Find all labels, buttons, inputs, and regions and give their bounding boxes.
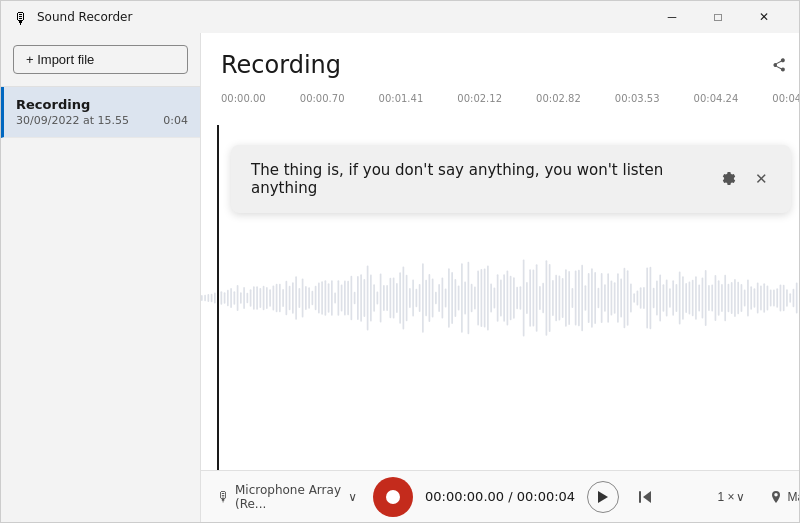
svg-rect-19 <box>253 286 255 310</box>
svg-rect-109 <box>546 260 548 336</box>
svg-rect-122 <box>588 272 590 322</box>
svg-rect-123 <box>591 268 593 328</box>
svg-rect-51 <box>357 275 359 319</box>
svg-rect-93 <box>494 287 496 308</box>
timeline-ruler: 00:00.0000:00.7000:01.4100:02.1200:02.82… <box>201 89 799 125</box>
timeline-marker: 00:02.82 <box>536 93 615 104</box>
svg-rect-23 <box>266 286 268 308</box>
svg-rect-73 <box>429 273 431 321</box>
sidebar-toolbar: + Import file <box>1 33 200 87</box>
svg-rect-28 <box>282 289 284 307</box>
svg-rect-159 <box>708 285 710 311</box>
svg-rect-155 <box>695 276 697 319</box>
bottom-bar: 🎙 Microphone Array (Re... ∨ 00:00:00.00 … <box>201 470 799 522</box>
recording-list-item[interactable]: Recording 30/09/2022 at 15.55 0:04 <box>1 87 200 138</box>
svg-rect-76 <box>438 284 440 312</box>
title-bar: 🎙 Sound Recorder ─ □ ✕ <box>1 1 799 33</box>
svg-rect-95 <box>500 279 502 316</box>
svg-rect-144 <box>659 274 661 321</box>
timeline-track: 00:00.0000:00.7000:01.4100:02.1200:02.82… <box>221 89 799 104</box>
svg-rect-82 <box>458 285 460 310</box>
window-controls: ─ □ ✕ <box>649 1 787 33</box>
maximize-button[interactable]: □ <box>695 1 741 33</box>
svg-rect-47 <box>344 280 346 315</box>
svg-rect-43 <box>331 280 333 315</box>
settings-icon <box>721 171 737 187</box>
svg-rect-53 <box>364 279 366 317</box>
recording-item-meta: 30/09/2022 at 15.55 0:04 <box>16 114 188 127</box>
playback-speed-button[interactable]: 1 × ∨ <box>709 486 753 508</box>
svg-rect-119 <box>578 269 580 325</box>
svg-rect-61 <box>390 277 392 317</box>
svg-rect-6 <box>211 293 213 302</box>
svg-rect-157 <box>702 277 704 318</box>
svg-rect-84 <box>464 281 466 314</box>
svg-rect-121 <box>585 285 587 310</box>
svg-rect-35 <box>305 285 307 309</box>
svg-rect-186 <box>796 282 798 313</box>
svg-rect-164 <box>724 274 726 320</box>
skip-start-icon <box>637 489 653 505</box>
microphone-selector[interactable]: 🎙 Microphone Array (Re... ∨ <box>217 483 357 511</box>
svg-rect-50 <box>354 291 356 304</box>
share-button[interactable] <box>763 49 795 81</box>
import-file-button[interactable]: + Import file <box>13 45 188 74</box>
svg-rect-45 <box>338 280 340 316</box>
svg-rect-182 <box>783 284 785 310</box>
svg-rect-130 <box>614 282 616 313</box>
svg-rect-97 <box>507 270 509 325</box>
play-button[interactable] <box>587 481 619 513</box>
svg-rect-139 <box>643 287 645 309</box>
timeline-marker: 00:04.24 <box>694 93 773 104</box>
waveform-container[interactable]: The thing is, if you don't say anything,… <box>201 125 799 470</box>
transcript-close-button[interactable]: ✕ <box>747 165 775 193</box>
svg-rect-118 <box>575 270 577 325</box>
svg-rect-13 <box>234 291 236 305</box>
svg-rect-117 <box>572 288 574 308</box>
svg-rect-66 <box>406 274 408 321</box>
svg-rect-127 <box>604 284 606 312</box>
svg-rect-7 <box>214 292 216 303</box>
svg-rect-178 <box>770 289 772 306</box>
skip-to-start-button[interactable] <box>631 483 659 511</box>
svg-rect-92 <box>490 283 492 312</box>
record-button[interactable] <box>373 477 413 517</box>
svg-rect-56 <box>373 284 375 311</box>
svg-rect-146 <box>666 279 668 316</box>
svg-rect-71 <box>422 263 424 333</box>
app-body: + Import file Recording 30/09/2022 at 15… <box>1 33 799 522</box>
svg-rect-4 <box>204 294 206 300</box>
svg-rect-145 <box>663 284 665 311</box>
speed-chevron-icon: ∨ <box>736 490 745 504</box>
svg-rect-152 <box>685 282 687 312</box>
playback-controls: 00:00:00.00 / 00:00:04 <box>373 477 659 517</box>
svg-rect-173 <box>754 288 756 308</box>
close-button[interactable]: ✕ <box>741 1 787 33</box>
main-panel: Recording 00:00.0000:00.7000:01 <box>201 33 799 522</box>
svg-rect-143 <box>656 280 658 315</box>
svg-rect-89 <box>481 268 483 326</box>
svg-rect-48 <box>347 280 349 315</box>
svg-rect-183 <box>786 289 788 307</box>
total-time: 00:00:04 <box>517 489 575 504</box>
svg-rect-114 <box>562 278 564 318</box>
svg-rect-60 <box>386 284 388 310</box>
playhead <box>217 125 219 470</box>
svg-rect-22 <box>263 285 265 310</box>
transcript-settings-button[interactable] <box>715 165 743 193</box>
svg-rect-72 <box>425 279 427 316</box>
svg-rect-136 <box>633 293 635 303</box>
svg-rect-64 <box>399 272 401 323</box>
svg-rect-161 <box>715 274 717 320</box>
svg-rect-24 <box>269 289 271 306</box>
svg-rect-105 <box>533 269 535 326</box>
recording-item-name: Recording <box>16 97 188 112</box>
mark-button[interactable]: Mark ∨ <box>761 486 799 508</box>
svg-rect-49 <box>351 275 353 320</box>
svg-rect-156 <box>698 284 700 311</box>
svg-rect-103 <box>526 281 528 313</box>
minimize-button[interactable]: ─ <box>649 1 695 33</box>
svg-rect-32 <box>295 276 297 320</box>
svg-rect-30 <box>289 285 291 309</box>
svg-rect-154 <box>692 279 694 316</box>
